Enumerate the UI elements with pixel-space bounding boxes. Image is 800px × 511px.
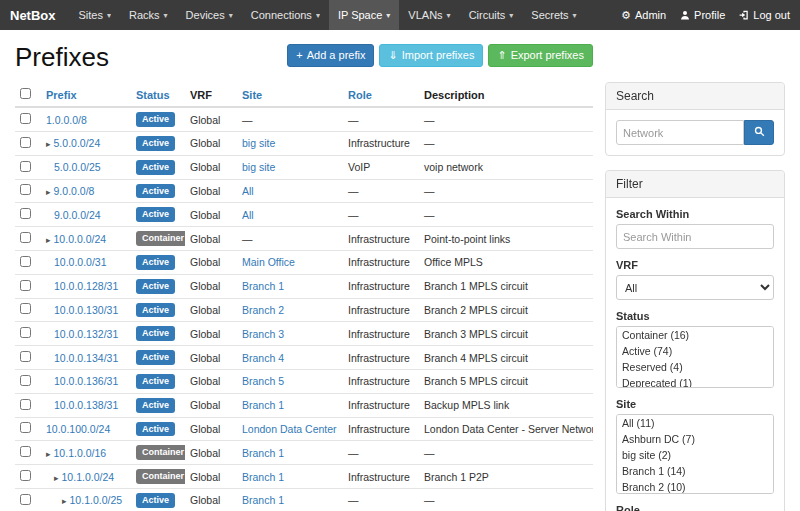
row-checkbox[interactable] xyxy=(20,470,31,481)
prefix-link[interactable]: 10.0.100.0/24 xyxy=(46,423,110,435)
site-cell: Branch 1 xyxy=(237,465,343,489)
prefix-cell: ▸10.1.0.0/16 xyxy=(41,441,131,465)
nav-item-devices[interactable]: Devices▾ xyxy=(177,0,242,30)
nav-item-connections[interactable]: Connections▾ xyxy=(242,0,329,30)
site-link[interactable]: Branch 1 xyxy=(242,399,284,411)
site-listbox-option[interactable]: Ashburn DC (7) xyxy=(617,431,773,447)
status-listbox-option[interactable]: Container (16) xyxy=(617,327,773,343)
site-link[interactable]: Branch 5 xyxy=(242,375,284,387)
column-header-site[interactable]: Site xyxy=(237,83,343,107)
prefix-link[interactable]: 10.0.0.128/31 xyxy=(54,280,118,292)
site-link[interactable]: Branch 1 xyxy=(242,280,284,292)
row-checkbox[interactable] xyxy=(20,184,31,195)
site-listbox[interactable]: All (11)Ashburn DC (7)big site (2)Branch… xyxy=(616,414,774,494)
row-checkbox[interactable] xyxy=(20,280,31,291)
site-link[interactable]: Branch 2 xyxy=(242,304,284,316)
chevron-down-icon: ▾ xyxy=(573,11,577,20)
vrf-select[interactable]: All xyxy=(616,275,774,300)
row-checkbox[interactable] xyxy=(20,446,31,457)
prefix-link[interactable]: 5.0.0.0/24 xyxy=(54,137,101,149)
site-link[interactable]: Main Office xyxy=(242,256,295,268)
nav-item-profile[interactable]: Profile xyxy=(680,9,725,21)
import-prefixes-button[interactable]: ⇓ Import prefixes xyxy=(379,44,483,67)
site-listbox-option[interactable]: All (11) xyxy=(617,415,773,431)
site-listbox-option[interactable]: Branch 2 (10) xyxy=(617,479,773,494)
prefix-cell: 9.0.0.0/24 xyxy=(41,203,131,227)
column-header-description: Description xyxy=(419,83,593,107)
prefix-link[interactable]: 10.0.0.0/31 xyxy=(54,256,107,268)
button-label: Export prefixes xyxy=(511,49,584,62)
prefix-link[interactable]: 10.0.0.138/31 xyxy=(54,399,118,411)
prefix-link[interactable]: 9.0.0.0/8 xyxy=(54,185,95,197)
nav-item-log-out[interactable]: Log out xyxy=(739,9,790,21)
site-link[interactable]: big site xyxy=(242,137,275,149)
row-checkbox[interactable] xyxy=(20,208,31,219)
select-all-checkbox[interactable] xyxy=(20,88,31,99)
row-checkbox[interactable] xyxy=(20,161,31,172)
table-row: ▸10.1.0.0/24ContainerGlobalBranch 1Infra… xyxy=(15,465,593,489)
site-link[interactable]: Branch 1 xyxy=(242,471,284,483)
prefix-link[interactable]: 10.1.0.0/25 xyxy=(70,494,123,506)
status-cell: Active xyxy=(131,346,185,370)
status-listbox-option[interactable]: Deprecated (1) xyxy=(617,375,773,388)
nav-item-label: Secrets xyxy=(531,9,568,21)
nav-item-circuits[interactable]: Circuits▾ xyxy=(460,0,523,30)
table-header-row: PrefixStatusVRFSiteRoleDescription xyxy=(15,83,593,107)
site-link[interactable]: All xyxy=(242,185,254,197)
export-prefixes-button[interactable]: ⇑ Export prefixes xyxy=(488,44,593,67)
prefix-link[interactable]: 10.1.0.0/16 xyxy=(54,447,107,459)
column-header-prefix[interactable]: Prefix xyxy=(41,83,131,107)
site-listbox-option[interactable]: big site (2) xyxy=(617,447,773,463)
row-checkbox[interactable] xyxy=(20,113,31,124)
brand[interactable]: NetBox xyxy=(10,0,56,30)
site-cell: All xyxy=(237,179,343,203)
site-cell: — xyxy=(237,107,343,131)
site-cell: London Data Center xyxy=(237,417,343,441)
search-button[interactable] xyxy=(744,120,774,145)
search-input[interactable] xyxy=(616,120,744,145)
row-checkbox[interactable] xyxy=(20,494,31,505)
prefix-link[interactable]: 1.0.0.0/8 xyxy=(46,114,87,126)
site-link[interactable]: big site xyxy=(242,161,275,173)
status-listbox[interactable]: Container (16)Active (74)Reserved (4)Dep… xyxy=(616,326,774,388)
search-within-input[interactable] xyxy=(616,224,774,249)
site-link[interactable]: Branch 4 xyxy=(242,352,284,364)
nav-item-sites[interactable]: Sites▾ xyxy=(70,0,120,30)
column-header-status[interactable]: Status xyxy=(131,83,185,107)
row-checkbox[interactable] xyxy=(20,327,31,338)
prefix-link[interactable]: 5.0.0.0/25 xyxy=(54,161,101,173)
site-link[interactable]: All xyxy=(242,209,254,221)
site-listbox-option[interactable]: Branch 1 (14) xyxy=(617,463,773,479)
nav-item-admin[interactable]: ⚙Admin xyxy=(621,9,666,21)
row-checkbox[interactable] xyxy=(20,256,31,267)
nav-item-ip-space[interactable]: IP Space▾ xyxy=(329,0,399,30)
prefix-link[interactable]: 9.0.0.0/24 xyxy=(54,209,101,221)
site-link[interactable]: Branch 3 xyxy=(242,328,284,340)
prefix-link[interactable]: 10.1.0.0/24 xyxy=(62,471,115,483)
site-link[interactable]: Branch 1 xyxy=(242,494,284,506)
site-link[interactable]: London Data Center xyxy=(242,423,337,435)
site-link[interactable]: Branch 1 xyxy=(242,447,284,459)
column-header-role[interactable]: Role xyxy=(343,83,419,107)
table-row: 5.0.0.0/25ActiveGlobalbig siteVoIPvoip n… xyxy=(15,155,593,179)
row-checkbox[interactable] xyxy=(20,303,31,314)
row-checkbox[interactable] xyxy=(20,232,31,243)
prefix-link[interactable]: 10.0.0.0/24 xyxy=(54,233,107,245)
site-cell: Branch 4 xyxy=(237,346,343,370)
status-listbox-option[interactable]: Active (74) xyxy=(617,343,773,359)
row-checkbox[interactable] xyxy=(20,422,31,433)
nav-item-racks[interactable]: Racks▾ xyxy=(120,0,177,30)
prefix-link[interactable]: 10.0.0.136/31 xyxy=(54,375,118,387)
prefix-link[interactable]: 10.0.0.134/31 xyxy=(54,352,118,364)
row-checkbox[interactable] xyxy=(20,375,31,386)
row-checkbox[interactable] xyxy=(20,137,31,148)
nav-item-vlans[interactable]: VLANs▾ xyxy=(399,0,459,30)
add-prefix-button[interactable]: + Add a prefix xyxy=(287,44,374,67)
status-listbox-option[interactable]: Reserved (4) xyxy=(617,359,773,375)
row-checkbox[interactable] xyxy=(20,351,31,362)
prefix-link[interactable]: 10.0.0.132/31 xyxy=(54,328,118,340)
status-cell: Active xyxy=(131,274,185,298)
nav-item-secrets[interactable]: Secrets▾ xyxy=(522,0,585,30)
prefix-link[interactable]: 10.0.0.130/31 xyxy=(54,304,118,316)
row-checkbox[interactable] xyxy=(20,399,31,410)
